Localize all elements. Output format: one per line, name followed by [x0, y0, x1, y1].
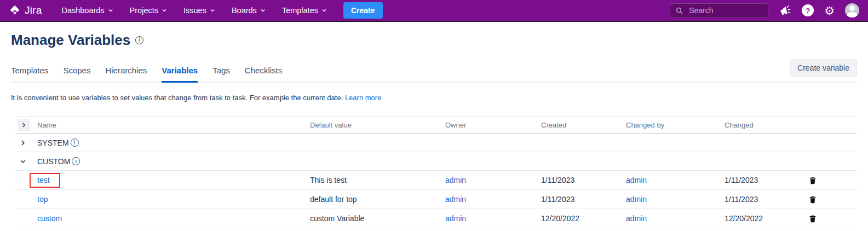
announcements-button[interactable] — [779, 4, 791, 17]
nav-item-issues[interactable]: Issues — [183, 6, 215, 15]
delete-variable-button[interactable] — [809, 215, 817, 223]
column-header-owner: Owner — [443, 121, 539, 129]
tab-variables[interactable]: Variables — [162, 66, 198, 83]
changed-cell: 1/11/2023 — [722, 176, 804, 184]
nav-label: Dashboards — [61, 6, 104, 15]
page-title-text: Manage Variables — [11, 32, 130, 48]
group-row-system: SYSTEM i — [15, 134, 857, 152]
variable-name-link[interactable]: test — [37, 176, 50, 184]
created-cell: 1/11/2023 — [539, 176, 624, 184]
tab-hierarchies[interactable]: Hierarchies — [105, 66, 147, 83]
created-cell: 12/20/2022 — [539, 214, 624, 223]
nav-item-templates[interactable]: Templates — [282, 6, 327, 15]
create-variable-button[interactable]: Create variable — [790, 59, 857, 77]
group-info-icon[interactable]: i — [71, 138, 79, 147]
help-button[interactable]: ? — [802, 4, 814, 16]
search-icon — [675, 7, 683, 15]
chevron-down-icon — [321, 8, 327, 13]
nav-item-boards[interactable]: Boards — [232, 6, 266, 15]
variables-table: Name Default value Owner Created Changed… — [15, 116, 857, 228]
search-box[interactable] — [670, 3, 768, 18]
expand-group-button[interactable] — [20, 140, 26, 146]
group-row-custom: CUSTOM i — [15, 152, 857, 171]
variable-name-link[interactable]: top — [37, 195, 48, 204]
column-header-default-value: Default value — [308, 121, 443, 129]
changed-by-link[interactable]: admin — [626, 214, 647, 223]
search-input[interactable] — [688, 5, 760, 15]
title-info-icon[interactable]: i — [135, 36, 143, 44]
nav-item-projects[interactable]: Projects — [130, 6, 167, 15]
table-row: top default for top admin 1/11/2023 admi… — [15, 190, 857, 209]
chevron-down-icon — [260, 8, 266, 13]
chevron-right-icon — [20, 140, 26, 146]
tab-tags[interactable]: Tags — [212, 66, 230, 83]
jira-logo-icon — [9, 4, 21, 16]
gear-icon: ⚙ — [824, 5, 835, 16]
page-title: Manage Variables i — [11, 32, 857, 48]
trash-icon — [809, 176, 817, 184]
trash-icon — [809, 215, 817, 223]
nav-label: Boards — [232, 6, 257, 15]
megaphone-icon — [779, 4, 791, 17]
column-header-name: Name — [35, 121, 308, 129]
column-header-created: Created — [539, 121, 624, 129]
default-value-cell: default for top — [308, 195, 443, 204]
group-info-icon[interactable]: i — [72, 157, 80, 165]
tab-checklists[interactable]: Checklists — [245, 66, 282, 83]
default-value-cell: custom Variable — [308, 214, 443, 223]
table-row: custom custom Variable admin 12/20/2022 … — [15, 209, 857, 228]
delete-variable-button[interactable] — [809, 195, 817, 204]
nav-item-dashboards[interactable]: Dashboards — [61, 6, 113, 15]
owner-link[interactable]: admin — [445, 195, 466, 204]
brand-label: Jira — [25, 4, 42, 16]
owner-link[interactable]: admin — [445, 176, 466, 184]
page-description: It is convenient to use variables to set… — [11, 94, 857, 102]
changed-by-link[interactable]: admin — [626, 176, 647, 184]
highlight-annotation: test — [30, 173, 60, 188]
delete-variable-button[interactable] — [809, 176, 817, 184]
description-text: It is convenient to use variables to set… — [11, 94, 343, 102]
user-avatar[interactable] — [845, 3, 859, 18]
chevron-right-icon — [21, 122, 27, 128]
trash-icon — [809, 195, 817, 204]
tab-bar: Templates Scopes Hierarchies Variables T… — [11, 59, 857, 83]
nav-label: Issues — [183, 6, 206, 15]
group-name-label: SYSTEM — [37, 138, 69, 147]
nav-label: Projects — [130, 6, 158, 15]
expand-all-button[interactable] — [18, 119, 30, 131]
chevron-down-icon — [210, 8, 215, 13]
default-value-cell: This is test — [308, 176, 443, 184]
collapse-group-button[interactable] — [20, 158, 26, 165]
table-row: test This is test admin 1/11/2023 admin … — [15, 171, 857, 190]
changed-cell: 1/11/2023 — [722, 195, 804, 204]
changed-by-link[interactable]: admin — [626, 195, 647, 204]
group-name-label: CUSTOM — [37, 157, 70, 166]
table-header-row: Name Default value Owner Created Changed… — [15, 116, 857, 134]
created-cell: 1/11/2023 — [539, 195, 624, 204]
nav-label: Templates — [282, 6, 318, 15]
tab-scopes[interactable]: Scopes — [63, 66, 90, 83]
variable-name-link[interactable]: custom — [37, 214, 62, 223]
chevron-down-icon — [162, 8, 167, 13]
tab-templates[interactable]: Templates — [11, 66, 48, 83]
help-icon: ? — [802, 4, 814, 16]
learn-more-link[interactable]: Learn more — [345, 94, 381, 102]
column-header-changed: Changed — [722, 121, 804, 129]
chevron-down-icon — [108, 8, 113, 13]
column-header-changed-by: Changed by — [624, 121, 722, 129]
create-button[interactable]: Create — [343, 2, 383, 19]
settings-button[interactable]: ⚙ — [824, 5, 835, 16]
navbar-right: ? ⚙ — [670, 3, 859, 18]
owner-link[interactable]: admin — [445, 214, 466, 223]
jira-brand[interactable]: Jira — [9, 4, 42, 16]
top-navbar: Jira Dashboards Projects Issues Boards T… — [0, 0, 868, 22]
changed-cell: 12/20/2022 — [722, 214, 804, 223]
chevron-down-icon — [20, 158, 26, 165]
